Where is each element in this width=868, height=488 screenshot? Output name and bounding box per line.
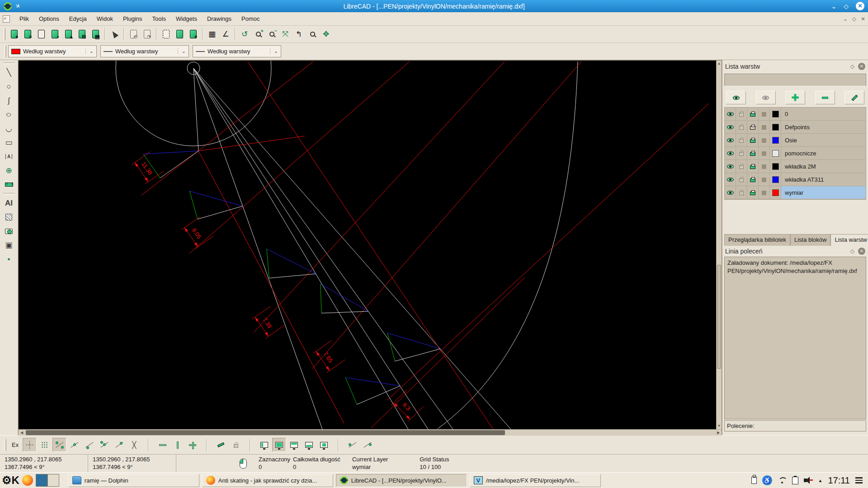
drawing-canvas[interactable]: 11.388.057.397.658.3 (19, 61, 716, 429)
layer-visible-icon[interactable] (727, 151, 734, 155)
snap-grid-button[interactable] (38, 438, 52, 452)
layer-color-swatch[interactable] (772, 137, 779, 144)
workspace-left-button[interactable] (257, 438, 271, 452)
layer-print-icon[interactable] (750, 192, 755, 195)
layer-color-swatch[interactable] (772, 189, 779, 196)
layer-lock-icon[interactable] (739, 139, 744, 143)
auto-zoom-button[interactable]: ⤧ (278, 28, 292, 41)
line-type-select[interactable]: Według warstwy ⌄ (193, 45, 281, 57)
snap-center-button[interactable] (82, 438, 96, 452)
zoom-out-button[interactable]: − (265, 28, 278, 41)
layer-print-icon[interactable] (750, 126, 755, 130)
wifi-icon[interactable] (778, 477, 787, 483)
line-tool-button[interactable]: ╲ (2, 66, 16, 80)
layer-name[interactable]: pomocnicze (781, 147, 866, 160)
close-button[interactable]: ✕ (856, 2, 864, 10)
spline-tool-button[interactable]: ∫ (2, 94, 16, 108)
layer-lock-icon[interactable] (739, 192, 744, 195)
layer-print-icon[interactable] (750, 113, 755, 117)
snap-middle-button[interactable] (97, 438, 111, 452)
grid-toggle-button[interactable]: ▦ (205, 28, 219, 41)
mdi-close-button[interactable]: ✕ (861, 16, 865, 22)
menu-item-edycja[interactable]: Edycja (64, 14, 92, 24)
set-relative-zero-button[interactable] (229, 438, 243, 452)
print-button[interactable]: ⊟ (75, 28, 89, 41)
menu-item-plik[interactable]: Plik (14, 14, 34, 24)
clipboard-icon[interactable] (792, 477, 798, 484)
layer-row-Osie[interactable]: ▦Osie (725, 134, 866, 147)
scroll-down-icon[interactable]: ▼ (717, 423, 722, 429)
menu-item-drawings[interactable]: Drawings (202, 14, 236, 24)
text-tool-button[interactable]: AI (2, 196, 16, 210)
block-tool-button[interactable]: ▣ (2, 238, 16, 252)
layer-construction-icon[interactable]: ▦ (761, 176, 766, 183)
add-left-dock-button[interactable] (345, 438, 359, 452)
layer-lock-icon[interactable] (739, 113, 744, 117)
menu-item-tools[interactable]: Tools (147, 14, 171, 24)
dimension-tool-button[interactable]: A (2, 150, 16, 164)
layer-name[interactable]: wkładka AT311 (781, 173, 866, 186)
usb-device-icon[interactable] (751, 477, 757, 484)
scroll-left-icon[interactable]: ◀ (19, 430, 25, 436)
arc-tool-button[interactable]: ◡ (2, 122, 16, 136)
print-preview-button[interactable]: ▤ (89, 28, 102, 41)
layer-construction-icon[interactable]: ▦ (761, 163, 766, 169)
layer-print-icon[interactable] (750, 178, 755, 182)
zoom-window-button[interactable] (306, 28, 319, 41)
float-dock-button[interactable]: ◇ (850, 63, 854, 70)
toolbar-handle[interactable] (4, 28, 5, 40)
redraw-button[interactable]: ↺ (238, 28, 251, 41)
layer-lock-icon[interactable] (739, 126, 744, 130)
kde-launcher-button[interactable]: ⚙K (2, 474, 19, 487)
save-button[interactable]: ▪ (48, 28, 61, 41)
volume-muted-icon[interactable] (804, 477, 813, 484)
mdi-minimize-button[interactable]: ⌄ (843, 16, 848, 22)
image-tool-button[interactable] (2, 224, 16, 238)
firefox-launcher-icon[interactable] (22, 475, 33, 486)
layer-color-swatch[interactable] (772, 163, 779, 170)
layer-name[interactable]: wymiar (781, 186, 866, 199)
tab-library-browser[interactable]: Przeglądarka bibliotek (724, 234, 790, 246)
layer-print-icon[interactable] (750, 165, 755, 169)
circle-tool-button[interactable]: ○ (2, 80, 16, 94)
layer-print-icon[interactable] (750, 139, 755, 143)
snap-endpoint-button[interactable] (52, 438, 66, 452)
draft-mode-button[interactable]: ∠ (219, 28, 232, 41)
hide-all-layers-button[interactable] (756, 91, 776, 104)
open-file-button[interactable] (34, 28, 48, 41)
layer-construction-icon[interactable]: ▦ (761, 124, 766, 130)
layer-row-wkładka 2M[interactable]: ▦wkładka 2M (725, 160, 866, 173)
taskbar-task-folder[interactable]: ramię — Dolphin (68, 474, 199, 487)
snap-free-button[interactable] (23, 438, 37, 452)
copy-button[interactable] (173, 28, 186, 41)
layer-visible-icon[interactable] (727, 112, 734, 116)
vertical-scrollbar[interactable]: ▲ ▼ (716, 61, 722, 429)
layer-search-input[interactable] (724, 74, 866, 86)
layer-visible-icon[interactable] (727, 164, 734, 169)
save-as-button[interactable]: ▴ (61, 28, 75, 41)
minimize-button[interactable]: ⌄ (831, 3, 836, 10)
layer-row-wymiar[interactable]: ▦wymiar (725, 186, 866, 199)
zoom-in-button[interactable]: + (251, 28, 265, 41)
menu-item-widok[interactable]: Widok (92, 14, 118, 24)
restrict-vertical-button[interactable] (170, 438, 184, 452)
scroll-up-icon[interactable]: ▲ (717, 61, 722, 67)
layer-name[interactable]: Defpoints (781, 121, 866, 133)
layer-construction-icon[interactable]: ▦ (761, 150, 766, 156)
restrict-horizontal-button[interactable] (156, 438, 170, 452)
polyline-tool-button[interactable]: ▭ (2, 136, 16, 150)
close-dock-button[interactable]: ✕ (858, 248, 865, 255)
accessibility-icon[interactable]: ♿ (762, 475, 772, 485)
tab-block-list[interactable]: Lista bloków (790, 234, 831, 246)
previous-view-button[interactable]: ↰ (292, 28, 306, 41)
modify-tool-button[interactable]: ⊕ (2, 164, 16, 178)
restrict-orthogonal-button[interactable] (185, 438, 199, 452)
snap-on-entity-button[interactable] (67, 438, 81, 452)
layer-row-Defpoints[interactable]: ▦Defpoints (725, 121, 866, 134)
line-width-select[interactable]: Według warstwy ⌄ (100, 45, 189, 57)
layer-name[interactable]: wkładka 2M (781, 160, 866, 173)
snap-intersection-button[interactable]: ╳ (127, 438, 141, 452)
desktop-pager[interactable] (36, 474, 59, 487)
command-input[interactable]: Polecenie: (724, 420, 866, 432)
vertical-scroll-thumb[interactable] (717, 265, 721, 369)
